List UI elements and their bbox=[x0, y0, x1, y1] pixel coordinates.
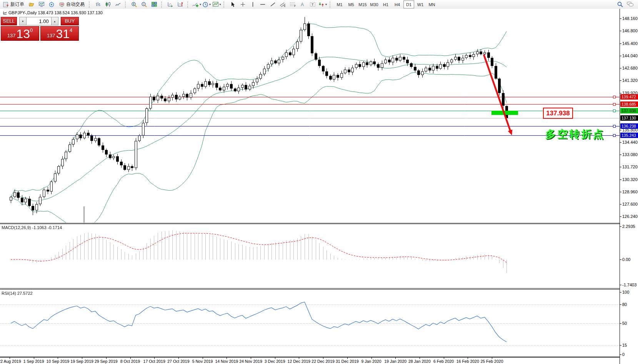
date-tickmark bbox=[203, 357, 203, 359]
date-label: 5 Nov 2019 bbox=[192, 359, 213, 364]
timeframe-H1[interactable]: H1 bbox=[380, 0, 391, 8]
date-tickmark bbox=[154, 357, 155, 359]
axis-tickmark bbox=[620, 130, 621, 130]
auto-trading-button[interactable]: 自动交易 bbox=[57, 0, 87, 9]
chart-shift-icon[interactable] bbox=[175, 0, 185, 9]
price-tick: 145.400 bbox=[622, 41, 638, 46]
price-tick: 131.720 bbox=[622, 165, 638, 169]
chat-icon[interactable] bbox=[625, 0, 635, 8]
main-chart-canvas[interactable] bbox=[0, 9, 620, 223]
timeframe-D1[interactable]: D1 bbox=[403, 0, 414, 8]
crosshair-icon[interactable] bbox=[238, 0, 248, 9]
rsi-tick: 15 bbox=[622, 343, 638, 347]
zoom-in-icon[interactable] bbox=[129, 0, 139, 9]
fibonacci-icon[interactable]: F bbox=[288, 0, 298, 9]
macd-tick: 0.00 bbox=[622, 257, 638, 262]
vertical-line-icon[interactable] bbox=[248, 0, 258, 9]
date-label: 31 Dec 2019 bbox=[336, 359, 359, 364]
toolbar-grip bbox=[330, 2, 332, 8]
level-price-badge: 135.243 bbox=[620, 133, 638, 138]
line-chart-icon[interactable] bbox=[113, 0, 123, 9]
date-tickmark bbox=[323, 357, 323, 359]
templates-icon[interactable]: ▾ bbox=[212, 0, 222, 9]
timeframe-H4[interactable]: H4 bbox=[392, 0, 403, 8]
macd-panel-canvas[interactable] bbox=[0, 224, 620, 288]
search-icon[interactable] bbox=[615, 0, 625, 8]
sell-button[interactable]: SELL bbox=[1, 17, 17, 25]
timeframe-M15[interactable]: M15 bbox=[357, 0, 368, 8]
periods-icon[interactable]: ▾ bbox=[202, 0, 212, 9]
date-label: 22 Dec 2019 bbox=[312, 359, 335, 364]
level-price-badge: 139.472 bbox=[620, 94, 638, 100]
level-price-badge: 138.685 bbox=[620, 101, 638, 107]
bar-chart-icon[interactable] bbox=[93, 0, 103, 9]
new-order-icon bbox=[3, 2, 9, 7]
axis-tickmark bbox=[620, 68, 621, 68]
toolbar-group-scroll bbox=[165, 0, 186, 9]
date-label: 27 Oct 2019 bbox=[167, 359, 189, 364]
auto-trading-label: 自动交易 bbox=[66, 1, 85, 8]
zoom-out-icon[interactable] bbox=[139, 0, 149, 9]
timeframe-W1[interactable]: W1 bbox=[415, 0, 426, 8]
price-axis[interactable]: 148.160146.800145.400144.040142.680141.3… bbox=[620, 9, 638, 364]
current-price-badge: 137.130 bbox=[620, 115, 638, 121]
axis-tickmark bbox=[620, 56, 621, 56]
date-tickmark bbox=[444, 357, 444, 359]
buy-price-prefix: 137 bbox=[47, 32, 55, 40]
toolbar-group-standard: 新订单 自动交易 bbox=[0, 0, 88, 9]
arrows-icon[interactable]: ▾ bbox=[318, 0, 328, 9]
volume-down-button[interactable]: ▾ bbox=[19, 17, 27, 25]
sell-price-pip: 0 bbox=[30, 28, 33, 33]
tile-windows-icon[interactable] bbox=[149, 0, 159, 9]
rsi-panel-canvas[interactable] bbox=[0, 289, 620, 356]
date-tickmark bbox=[58, 357, 58, 359]
dropdown-caret: ▾ bbox=[200, 3, 201, 6]
sell-price-display[interactable]: 137 13 0 bbox=[1, 26, 39, 41]
timeframe-M5[interactable]: M5 bbox=[346, 0, 356, 8]
trendline-icon[interactable] bbox=[268, 0, 278, 9]
axis-tickmark bbox=[620, 226, 621, 227]
date-tickmark bbox=[227, 357, 227, 359]
axis-tickmark bbox=[620, 345, 621, 346]
data-folder-icon[interactable] bbox=[27, 0, 37, 9]
axis-tickmark bbox=[620, 43, 621, 44]
text-label-icon[interactable]: T bbox=[308, 0, 318, 9]
horizontal-line-icon[interactable] bbox=[258, 0, 268, 9]
axis-tickmark bbox=[620, 180, 621, 180]
timeframe-MN[interactable]: MN bbox=[426, 0, 437, 8]
dropdown-caret: ▾ bbox=[220, 3, 221, 6]
auto-scroll-icon[interactable] bbox=[165, 0, 175, 9]
price-tick: 144.040 bbox=[622, 53, 638, 58]
dropdown-caret: ▾ bbox=[325, 3, 327, 6]
price-tick: 148.160 bbox=[622, 16, 638, 21]
buy-button[interactable]: BUY bbox=[61, 17, 79, 25]
volume-input[interactable] bbox=[27, 17, 51, 25]
equidistant-channel-icon[interactable]: E bbox=[278, 0, 288, 9]
rsi-tick: 80 bbox=[622, 302, 638, 307]
date-axis[interactable]: 22 Aug 20191 Sep 201910 Sep 201919 Sep 2… bbox=[0, 357, 620, 364]
cursor-icon[interactable] bbox=[228, 0, 238, 9]
volume-up-button[interactable]: ▴ bbox=[51, 17, 58, 25]
date-tickmark bbox=[82, 357, 82, 359]
navigator-icon[interactable] bbox=[47, 0, 57, 9]
toolbar-grip bbox=[223, 2, 226, 8]
candlestick-chart-icon[interactable] bbox=[103, 0, 113, 9]
indicators-icon[interactable]: ▾ bbox=[192, 0, 202, 9]
market-watch-icon[interactable] bbox=[37, 0, 47, 9]
buy-price-display[interactable]: 137 31 4 bbox=[40, 26, 79, 41]
volume-stepper: ▾ ▴ bbox=[19, 17, 58, 25]
rsi-tick: 50 bbox=[622, 321, 638, 326]
sell-price-big: 13 bbox=[16, 28, 30, 40]
toolbar-grip bbox=[125, 2, 127, 8]
dropdown-caret: ▾ bbox=[209, 3, 211, 6]
new-order-button[interactable]: 新订单 bbox=[1, 0, 27, 9]
level-price-badge: 137.938 bbox=[620, 108, 638, 113]
axis-tickmark bbox=[620, 31, 621, 31]
timeframe-M1[interactable]: M1 bbox=[334, 0, 345, 8]
text-icon[interactable]: A bbox=[298, 0, 308, 9]
timeframe-group: M1M5M15M30H1H4D1W1MN bbox=[333, 0, 438, 9]
timeframe-M30[interactable]: M30 bbox=[369, 0, 380, 8]
date-label: 28 Jan 2020 bbox=[408, 359, 431, 364]
rsi-tick: 0 bbox=[622, 352, 638, 357]
price-tick: 130.320 bbox=[622, 177, 638, 182]
